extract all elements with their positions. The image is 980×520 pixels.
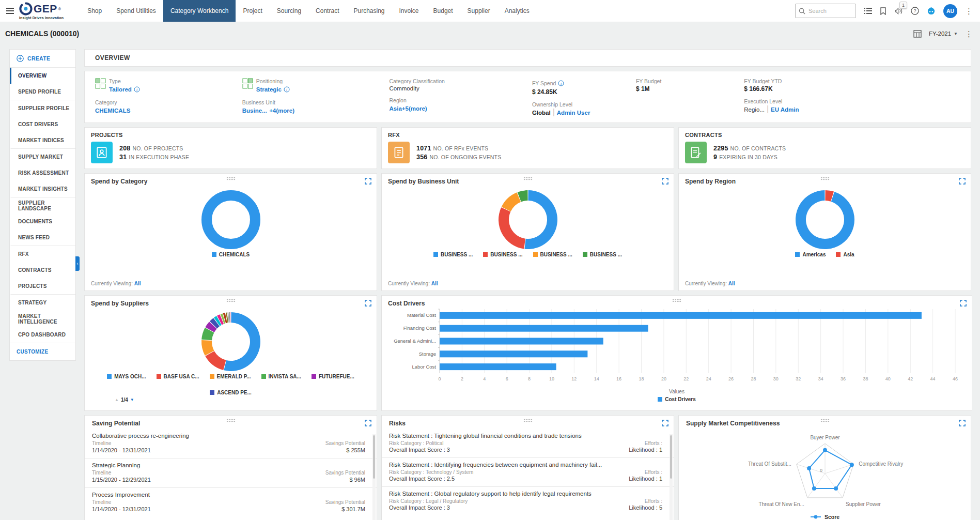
legend-item-mays-och[interactable]: MAYS OCH... bbox=[107, 374, 146, 379]
nav-item-project[interactable]: Project bbox=[236, 0, 269, 22]
business-unit-value[interactable]: Busine... bbox=[242, 108, 267, 114]
sidebar-item-news-feed[interactable]: NEWS FEED bbox=[10, 230, 75, 246]
legend-item-basf-usa-c[interactable]: BASF USA C... bbox=[157, 374, 199, 379]
sidebar-item-market-intelligence[interactable]: MARKET INTELLIGENCE bbox=[10, 311, 75, 327]
sidebar-item-overview[interactable]: OVERVIEW bbox=[10, 68, 75, 84]
assistant-icon[interactable] bbox=[927, 7, 936, 16]
help-icon[interactable]: ? bbox=[911, 7, 919, 15]
legend-item-business[interactable]: BUSINESS ... bbox=[533, 252, 572, 257]
expand-icon[interactable] bbox=[365, 178, 371, 185]
titlebar-kebab-icon[interactable]: ⋮ bbox=[965, 30, 973, 38]
expand-icon[interactable] bbox=[959, 178, 966, 185]
legend-item-cost-drivers[interactable]: Cost Drivers bbox=[658, 396, 695, 402]
expand-icon[interactable] bbox=[662, 420, 668, 426]
sidebar-item-customize[interactable]: CUSTOMIZE bbox=[10, 343, 75, 360]
sidebar-item-strategy[interactable]: STRATEGY bbox=[10, 295, 75, 311]
sidebar-item-contracts[interactable]: CONTRACTS bbox=[10, 262, 75, 278]
currently-viewing-value[interactable]: All bbox=[431, 281, 438, 286]
drag-handle-icon[interactable] bbox=[226, 177, 236, 180]
search-input[interactable] bbox=[807, 7, 848, 14]
legend-item-chemicals[interactable]: CHEMICALS bbox=[212, 252, 250, 257]
legend-item-business[interactable]: BUSINESS ... bbox=[583, 252, 622, 257]
drag-handle-icon[interactable] bbox=[523, 177, 533, 180]
risk-item[interactable]: Risk Statement : Tightening global finan… bbox=[382, 429, 674, 457]
drag-handle-icon[interactable] bbox=[523, 419, 533, 422]
sidebar-item-documents[interactable]: DOCUMENTS bbox=[10, 213, 75, 230]
info-icon[interactable]: i bbox=[134, 86, 140, 93]
vertical-scrollbar[interactable] bbox=[372, 434, 376, 520]
sidebar-item-spend-profile[interactable]: SPEND PROFILE bbox=[10, 84, 75, 100]
page-up-icon[interactable]: ▲ bbox=[115, 397, 119, 402]
data-table-icon[interactable] bbox=[913, 30, 922, 38]
sidebar-item-cost-drivers[interactable]: COST DRIVERS bbox=[10, 116, 75, 132]
sidebar-item-rfx[interactable]: RFX bbox=[10, 246, 75, 262]
sidebar-item-supplier-landscape[interactable]: SUPPLIER LANDSCAPE bbox=[10, 197, 75, 213]
legend-item-business[interactable]: BUSINESS ... bbox=[483, 252, 522, 257]
nav-item-budget[interactable]: Budget bbox=[426, 0, 460, 22]
bookmark-icon[interactable] bbox=[880, 7, 886, 15]
page-down-icon[interactable]: ▼ bbox=[130, 397, 134, 402]
topnav-kebab-icon[interactable]: ⋮ bbox=[965, 7, 973, 15]
sidebar-item-projects[interactable]: PROJECTS bbox=[10, 278, 75, 295]
gep-logo[interactable]: GEP® Insight Drives Innovation bbox=[19, 0, 67, 22]
expand-icon[interactable] bbox=[365, 300, 371, 307]
saving-potential-item[interactable]: Collaborative process re-engineeringTime… bbox=[85, 429, 377, 458]
legend-item-asia[interactable]: Asia bbox=[836, 252, 854, 257]
expand-icon[interactable] bbox=[959, 420, 966, 426]
expand-icon[interactable] bbox=[662, 178, 668, 185]
drag-handle-icon[interactable] bbox=[820, 419, 830, 422]
legend-item-americas[interactable]: Americas bbox=[795, 252, 826, 257]
list-view-icon[interactable] bbox=[864, 7, 872, 14]
nav-item-contract[interactable]: Contract bbox=[308, 0, 346, 22]
user-avatar[interactable]: AU bbox=[943, 4, 957, 18]
positioning-value[interactable]: Strategic bbox=[256, 86, 282, 93]
expand-icon[interactable] bbox=[960, 300, 967, 307]
nav-item-spend-utilities[interactable]: Spend Utilities bbox=[109, 0, 163, 22]
risk-item[interactable]: Risk Statement : Global regulatory suppo… bbox=[382, 486, 674, 515]
risk-item[interactable]: Risk Statement : Identifying frequencies… bbox=[382, 457, 674, 486]
currently-viewing-value[interactable]: All bbox=[728, 281, 735, 286]
nav-item-supplier[interactable]: Supplier bbox=[460, 0, 497, 22]
currently-viewing-value[interactable]: All bbox=[134, 281, 141, 286]
sidebar-item-market-insights[interactable]: MARKET INSIGHTS bbox=[10, 181, 75, 197]
nav-item-shop[interactable]: Shop bbox=[80, 0, 109, 22]
nav-item-sourcing[interactable]: Sourcing bbox=[270, 0, 308, 22]
info-icon[interactable]: i bbox=[284, 86, 290, 93]
announcements-icon[interactable]: 1 bbox=[894, 7, 903, 15]
fiscal-year-selector[interactable]: FY-2021 ▼ bbox=[929, 30, 958, 37]
sidebar-item-supply-market[interactable]: SUPPLY MARKET bbox=[10, 149, 75, 165]
category-value[interactable]: CHEMICALS bbox=[95, 108, 130, 114]
vertical-scrollbar[interactable] bbox=[670, 434, 673, 520]
drag-handle-icon[interactable] bbox=[672, 299, 681, 302]
drag-handle-icon[interactable] bbox=[226, 419, 236, 422]
hamburger-menu-icon[interactable] bbox=[0, 0, 19, 22]
nav-item-analytics[interactable]: Analytics bbox=[497, 0, 537, 22]
drag-handle-icon[interactable] bbox=[820, 177, 830, 180]
business-unit-more[interactable]: +4(more) bbox=[269, 108, 294, 114]
drag-handle-icon[interactable] bbox=[226, 299, 236, 302]
sidebar-item-supplier-profile[interactable]: SUPPLIER PROFILE bbox=[10, 100, 75, 116]
sidebar-item-market-indices[interactable]: MARKET INDICES bbox=[10, 132, 75, 149]
expand-icon[interactable] bbox=[365, 420, 371, 426]
legend-item-invista-sa[interactable]: INVISTA SA... bbox=[261, 374, 301, 379]
sidebar-collapse-handle[interactable]: ‹ bbox=[75, 256, 80, 271]
legend-item-futurefue[interactable]: FUTUREFUE... bbox=[312, 374, 354, 379]
nav-item-purchasing[interactable]: Purchasing bbox=[346, 0, 392, 22]
region-value[interactable]: Asia+5(more) bbox=[390, 105, 427, 112]
info-icon[interactable]: i bbox=[558, 80, 564, 86]
nav-item-category-workbench[interactable]: Category Workbench bbox=[163, 0, 236, 22]
saving-potential-item[interactable]: Strategic PlanningTimeline1/15/2020 - 12… bbox=[85, 458, 377, 487]
legend-item-business[interactable]: BUSINESS ... bbox=[433, 252, 473, 257]
ownership-user[interactable]: Admin User bbox=[557, 110, 590, 116]
saving-potential-item[interactable]: Process ImprovementTimeline1/14/2020 - 1… bbox=[85, 487, 377, 517]
nav-item-invoice[interactable]: Invoice bbox=[392, 0, 426, 22]
legend-item-ascend-pe[interactable]: ASCEND PE... bbox=[210, 390, 252, 395]
search-box[interactable] bbox=[795, 4, 856, 18]
legend-item-emerald-p[interactable]: EMERALD P... bbox=[210, 374, 251, 379]
sidebar-item-cpo-dashboard[interactable]: CPO DASHBOARD bbox=[10, 327, 75, 343]
type-value[interactable]: Tailored bbox=[109, 86, 132, 93]
sidebar-item-risk-assessment[interactable]: RISK ASSESSMENT bbox=[10, 165, 75, 181]
execution-user[interactable]: EU Admin bbox=[771, 106, 799, 113]
create-button[interactable]: CREATE bbox=[10, 50, 75, 68]
timeline-value: 1/15/2020 - 12/29/2021 bbox=[92, 477, 151, 483]
